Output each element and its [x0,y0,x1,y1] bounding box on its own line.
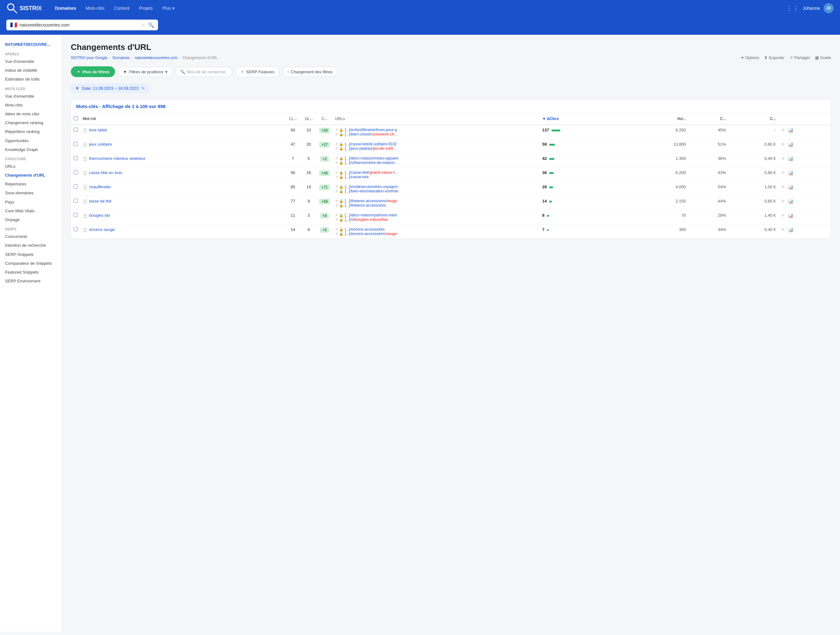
row-checkbox[interactable] [74,170,78,174]
sidebar-item-pays[interactable]: Pays [0,198,62,206]
url-link[interactable]: [...]/mode/accessoires-voyage/c [345,184,398,189]
url-link[interactable]: [...]/v/thermometre-de-maison-in [345,161,398,165]
header-pos1[interactable]: 11.... [285,113,301,125]
url-link[interactable]: [...]/bien-choisir/comment-chois [345,132,398,137]
header-pos2[interactable]: 18.... [301,113,317,125]
row-checkbox-cell[interactable] [71,182,80,196]
header-mot-cle[interactable]: Mot-clé [80,113,285,125]
row-checkbox[interactable] [74,142,78,146]
sidebar-item-core-web-vitals[interactable]: Core Web Vitals [0,206,62,216]
keyword-text[interactable]: livre bébé [89,128,107,132]
load-filters-button[interactable]: ↑ Chargement des filtres [283,67,337,77]
chart-icon[interactable]: 📊 [788,184,793,189]
keyword-text[interactable]: thermometre interieur exterieur [89,156,145,161]
row-checkbox-cell[interactable] [71,196,80,210]
header-change[interactable]: C... [317,113,332,125]
row-checkbox[interactable] [74,227,78,231]
keyword-text[interactable]: casse tête en bois [89,170,122,175]
row-checkbox-cell[interactable] [71,210,80,225]
logo[interactable]: SISTRIX [6,3,42,14]
url-link[interactable]: [...]/encens-accessoires [345,227,385,232]
avatar[interactable]: JD [824,3,834,13]
url-link[interactable]: [...]/deco-maison/meteo-apparei [345,156,398,161]
bookmark-icon[interactable]: ☆ [141,22,145,28]
row-checkbox-cell[interactable] [71,125,80,139]
sidebar-item-repartition-ranking[interactable]: Répartition ranking [0,127,62,136]
row-checkbox-cell[interactable] [71,139,80,154]
nav-projets[interactable]: Projets [135,4,157,13]
header-checkbox[interactable] [71,113,80,125]
nav-plus[interactable]: Plus ▾ [158,4,178,13]
eye-icon[interactable]: 👁 [781,128,785,133]
url-link[interactable]: [...]/enfant/librairie/livres-pour-p [345,128,397,132]
sidebar-item-comparateur-snippets[interactable]: Comparateur de Snippets [0,259,62,268]
header-urls[interactable]: URLs [332,113,540,125]
row-checkbox-cell[interactable] [71,168,80,182]
sidebar-item-sous-domaines[interactable]: Sous-domaines [0,189,62,197]
sidebar-item-idees-mots-cles[interactable]: Idées de mots clés [0,110,62,118]
sidebar-item-changement-ranking[interactable]: Changement ranking [0,118,62,127]
url-link[interactable]: [...]/bien-etre/relaxation-sommei [345,189,398,193]
plus-filters-button[interactable]: ＋ Plus de filtres [71,66,115,77]
sidebar-item-indice-visibilite[interactable]: Indice de visibilité [0,66,62,75]
eye-icon[interactable]: 👁 [781,184,785,189]
url-link[interactable]: [...]/theieres-accessoires/mugs [345,199,397,203]
url-link[interactable]: [...]/encens-accessoires/sauge- [345,232,398,236]
edit-icon[interactable]: ✎ [141,86,145,91]
url-link[interactable]: [...]/casse-tete [345,175,368,179]
sidebar-item-mots-cles[interactable]: Mots-clés [0,101,62,110]
filter-positions-button[interactable]: ▼ Filtres de positions ▾ [118,67,172,77]
keyword-text[interactable]: jeux solitaire [89,142,112,147]
select-all-checkbox[interactable] [74,116,78,120]
row-checkbox[interactable] [74,199,78,203]
header-volume[interactable]: Vol... [635,113,688,125]
keyword-text[interactable]: chaufferette [89,184,111,189]
sidebar-item-onpage[interactable]: Onpage [0,216,62,224]
header-cpc[interactable]: C... [728,113,778,125]
url-link[interactable]: [...]/jeux-plateau/jeu-de-solitaire [345,146,398,151]
keyword-text[interactable]: tasse de thé [89,199,112,203]
sidebar-item-estimation-trafic[interactable]: Estimation de trafic [0,75,62,84]
guide-action[interactable]: ▦ Guide [815,55,831,60]
sidebar-item-featured-snippets[interactable]: Featured Snippets [0,268,62,277]
sidebar-item-vue-ensemble-2[interactable]: Vue d'ensemble [0,92,62,101]
export-action[interactable]: ⬇ Exporter [764,55,785,60]
sidebar-item-intention-recherche[interactable]: Intention de recherche [0,241,62,250]
eye-icon[interactable]: 👁 [781,142,785,147]
sidebar-item-knowledge-graph[interactable]: Knowledge Graph [0,145,62,154]
row-checkbox[interactable] [74,156,78,160]
keyword-search-box[interactable]: 🔍 Mot-clé de recherche [175,67,232,77]
eye-icon[interactable]: 👁 [781,199,785,204]
nav-mots-cles[interactable]: Mots-clés [82,4,108,13]
search-icon[interactable]: 🔍 [148,22,154,28]
sidebar-item-changements-url[interactable]: Changements d'URL [0,171,62,180]
chart-icon[interactable]: 📊 [788,213,793,218]
row-checkbox-cell[interactable] [71,154,80,168]
row-checkbox[interactable] [74,128,78,132]
apps-grid-icon[interactable]: ⋮⋮ [786,5,799,12]
keyword-text[interactable]: encens sauge [89,227,115,232]
serp-features-button[interactable]: ＋ SERP Features [235,66,279,77]
url-link[interactable]: [...]/casse-tete/grand-casse-tete [345,170,398,175]
share-action[interactable]: ↗ Partager [789,55,810,60]
options-action[interactable]: ▾ Options [741,55,759,60]
sidebar-item-opportunites[interactable]: Opportunités [0,137,62,145]
header-clicks[interactable]: ▼ ΔClics [540,113,635,125]
eye-icon[interactable]: 👁 [781,213,785,218]
url-link[interactable]: [...]/v/bougies-naturelles [345,217,388,222]
breadcrumb-domaines[interactable]: Domaines [112,55,129,60]
url-link[interactable]: [...]/theieres-accessoires [345,203,386,208]
keyword-text[interactable]: bougies bio [89,213,110,217]
search-input[interactable] [20,22,139,27]
eye-icon[interactable]: 👁 [781,156,785,161]
breadcrumb-sistrix[interactable]: SISTRIX pour Google [71,55,107,60]
nav-content[interactable]: Content [110,4,133,13]
eye-icon[interactable]: 👁 [781,170,785,175]
chart-icon[interactable]: 📊 [788,142,793,147]
url-link[interactable]: [...]/casse-tete/le-solitaire-9102 [345,142,396,146]
sidebar-item-serp-environment[interactable]: SERP Environment [0,277,62,285]
sidebar-item-concurrents[interactable]: Concurrents [0,232,62,241]
row-checkbox-cell[interactable] [71,225,80,239]
url-link[interactable]: [...]/deco-maison/parfums-interi [345,213,397,217]
row-checkbox[interactable] [74,184,78,189]
